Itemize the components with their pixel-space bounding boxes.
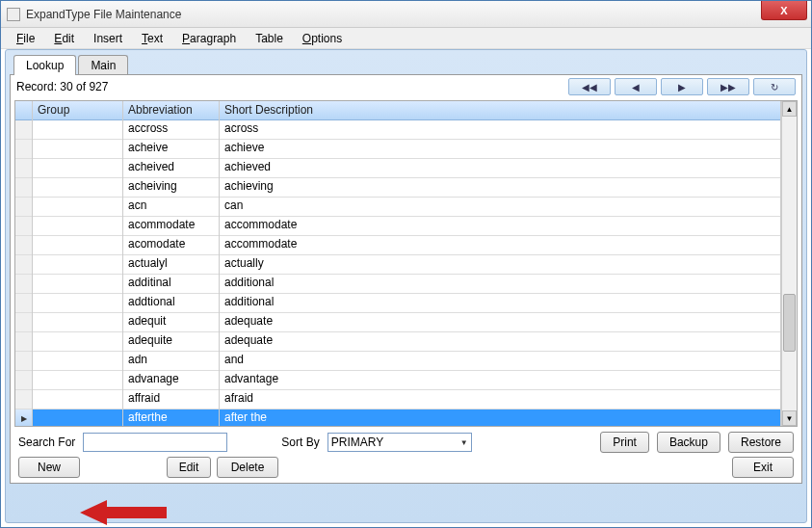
row-selector[interactable] bbox=[15, 409, 32, 427]
cell-group[interactable] bbox=[33, 236, 122, 255]
cell-abbreviation[interactable]: accross bbox=[123, 120, 219, 140]
cell-group[interactable] bbox=[33, 313, 122, 332]
cell-group[interactable] bbox=[33, 294, 122, 313]
cell-abbreviation[interactable]: afterthe bbox=[123, 409, 219, 426]
cell-description[interactable]: adequate bbox=[220, 332, 780, 352]
cell-abbreviation[interactable]: advanage bbox=[123, 371, 219, 390]
menu-file[interactable]: File bbox=[9, 30, 42, 47]
nav-next-button[interactable]: ▶ bbox=[661, 78, 703, 95]
cell-description[interactable]: achieve bbox=[220, 140, 780, 159]
tab-lookup[interactable]: Lookup bbox=[13, 55, 76, 75]
menu-insert[interactable]: Insert bbox=[86, 30, 130, 47]
scroll-down-icon[interactable]: ▼ bbox=[782, 410, 797, 426]
row-selector[interactable] bbox=[15, 313, 32, 332]
cell-description[interactable]: across bbox=[220, 120, 780, 140]
cell-group[interactable] bbox=[33, 178, 122, 198]
cell-description[interactable]: can bbox=[220, 198, 780, 217]
cell-abbreviation[interactable]: additinal bbox=[123, 275, 219, 294]
sortby-value: PRIMARY bbox=[331, 436, 383, 449]
column-header-group[interactable]: Group bbox=[33, 101, 122, 120]
row-selector[interactable] bbox=[15, 352, 32, 371]
cell-description[interactable]: actually bbox=[220, 255, 780, 275]
column-header-abbreviation[interactable]: Abbreviation bbox=[123, 101, 219, 120]
column-header-description[interactable]: Short Description bbox=[220, 101, 780, 120]
vertical-scrollbar[interactable]: ▲ ▼ bbox=[781, 101, 797, 426]
cell-abbreviation[interactable]: actualyl bbox=[123, 255, 219, 275]
menu-table[interactable]: Table bbox=[248, 30, 291, 47]
menu-edit[interactable]: Edit bbox=[46, 30, 82, 47]
tab-main[interactable]: Main bbox=[78, 55, 128, 75]
menu-text[interactable]: Text bbox=[134, 30, 170, 47]
menubar: File Edit Insert Text Paragraph Table Op… bbox=[1, 28, 811, 49]
nav-first-button[interactable]: ◀◀ bbox=[568, 78, 611, 95]
cell-description[interactable]: additional bbox=[220, 294, 780, 313]
cell-abbreviation[interactable]: affraid bbox=[123, 390, 219, 409]
row-selector[interactable] bbox=[15, 332, 32, 352]
cell-abbreviation[interactable]: acomodate bbox=[123, 236, 219, 255]
scroll-up-icon[interactable]: ▲ bbox=[782, 101, 797, 117]
row-selector[interactable] bbox=[15, 140, 32, 159]
backup-button[interactable]: Backup bbox=[657, 432, 720, 453]
cell-description[interactable]: after the bbox=[220, 409, 780, 426]
cell-abbreviation[interactable]: adn bbox=[123, 352, 219, 371]
cell-group[interactable] bbox=[33, 352, 122, 371]
row-selector[interactable] bbox=[15, 371, 32, 390]
cell-abbreviation[interactable]: acheive bbox=[123, 140, 219, 159]
search-input[interactable] bbox=[83, 433, 227, 452]
row-selector[interactable] bbox=[15, 390, 32, 409]
row-selector-column bbox=[15, 101, 33, 426]
menu-options[interactable]: Options bbox=[295, 30, 350, 47]
row-selector[interactable] bbox=[15, 120, 32, 140]
cell-group[interactable] bbox=[33, 390, 122, 409]
cell-abbreviation[interactable]: acheived bbox=[123, 159, 219, 178]
cell-description[interactable]: and bbox=[220, 352, 780, 371]
cell-abbreviation[interactable]: adequit bbox=[123, 313, 219, 332]
cell-description[interactable]: additional bbox=[220, 275, 780, 294]
cell-group[interactable] bbox=[33, 159, 122, 178]
new-button[interactable]: New bbox=[18, 457, 80, 478]
nav-refresh-button[interactable]: ↻ bbox=[753, 78, 796, 95]
cell-group[interactable] bbox=[33, 409, 122, 426]
print-button[interactable]: Print bbox=[600, 432, 649, 453]
cell-description[interactable]: accommodate bbox=[220, 236, 780, 255]
cell-description[interactable]: adequate bbox=[220, 313, 780, 332]
titlebar: ExpandType File Maintenance X bbox=[1, 1, 811, 28]
row-selector[interactable] bbox=[15, 178, 32, 198]
cell-description[interactable]: accommodate bbox=[220, 217, 780, 236]
row-selector[interactable] bbox=[15, 198, 32, 217]
nav-prev-button[interactable]: ◀ bbox=[615, 78, 657, 95]
cell-group[interactable] bbox=[33, 198, 122, 217]
cell-group[interactable] bbox=[33, 255, 122, 275]
cell-group[interactable] bbox=[33, 217, 122, 236]
row-selector[interactable] bbox=[15, 159, 32, 178]
cell-group[interactable] bbox=[33, 332, 122, 352]
search-label: Search For bbox=[18, 436, 75, 449]
scroll-thumb[interactable] bbox=[783, 294, 796, 352]
cell-description[interactable]: afraid bbox=[220, 390, 780, 409]
cell-abbreviation[interactable]: addtional bbox=[123, 294, 219, 313]
row-selector[interactable] bbox=[15, 217, 32, 236]
cell-group[interactable] bbox=[33, 275, 122, 294]
cell-description[interactable]: advantage bbox=[220, 371, 780, 390]
exit-button[interactable]: Exit bbox=[732, 457, 794, 478]
row-selector[interactable] bbox=[15, 236, 32, 255]
cell-description[interactable]: achieved bbox=[220, 159, 780, 178]
row-selector[interactable] bbox=[15, 294, 32, 313]
cell-group[interactable] bbox=[33, 120, 122, 140]
cell-group[interactable] bbox=[33, 371, 122, 390]
cell-abbreviation[interactable]: adequite bbox=[123, 332, 219, 352]
cell-description[interactable]: achieving bbox=[220, 178, 780, 198]
row-selector[interactable] bbox=[15, 275, 32, 294]
cell-abbreviation[interactable]: acn bbox=[123, 198, 219, 217]
cell-group[interactable] bbox=[33, 140, 122, 159]
edit-button[interactable]: Edit bbox=[167, 457, 211, 478]
delete-button[interactable]: Delete bbox=[217, 457, 278, 478]
menu-paragraph[interactable]: Paragraph bbox=[174, 30, 244, 47]
cell-abbreviation[interactable]: acheiving bbox=[123, 178, 219, 198]
close-button[interactable]: X bbox=[761, 1, 807, 20]
row-selector[interactable] bbox=[15, 255, 32, 275]
restore-button[interactable]: Restore bbox=[728, 432, 794, 453]
sortby-dropdown[interactable]: PRIMARY ▼ bbox=[327, 433, 472, 452]
nav-last-button[interactable]: ▶▶ bbox=[707, 78, 749, 95]
cell-abbreviation[interactable]: acommodate bbox=[123, 217, 219, 236]
